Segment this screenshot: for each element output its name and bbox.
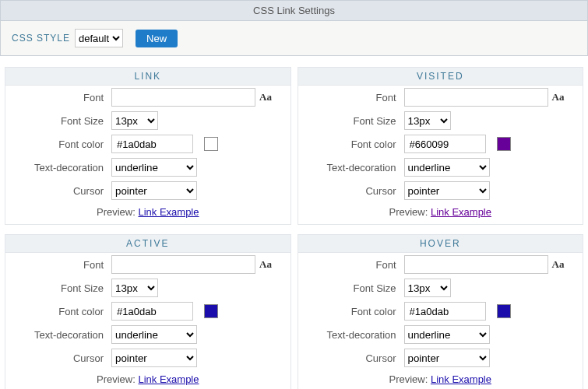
link-font-input[interactable] [111, 88, 255, 107]
font-picker-icon[interactable]: Aa [552, 91, 565, 103]
visited-font-color-input[interactable] [404, 135, 486, 153]
hover-color-swatch[interactable] [497, 304, 511, 318]
hover-preview-example[interactable]: Link Example [431, 373, 491, 385]
font-picker-icon[interactable]: Aa [552, 258, 565, 271]
link-color-swatch[interactable] [204, 137, 218, 151]
active-font-size-select[interactable]: 13px [111, 279, 158, 297]
link-font-color-input[interactable] [111, 135, 193, 153]
panel-visited-heading: VISITED [298, 68, 583, 86]
link-preview-row: Preview: Link Example [5, 202, 290, 224]
visited-font-size-select[interactable]: 13px [404, 111, 451, 130]
label-font-size: Font Size [12, 115, 111, 127]
link-font-size-select[interactable]: 13px [111, 111, 158, 130]
hover-font-color-input[interactable] [404, 302, 486, 321]
link-text-decoration-select[interactable]: underline [111, 158, 197, 177]
visited-text-decoration-select[interactable]: underline [404, 158, 490, 177]
css-style-label: CSS STYLE [12, 33, 70, 44]
visited-cursor-select[interactable]: pointer [404, 181, 490, 200]
visited-preview-example[interactable]: Link Example [431, 206, 491, 218]
active-cursor-select[interactable]: pointer [111, 349, 197, 367]
font-picker-icon[interactable]: Aa [259, 258, 272, 271]
font-picker-icon[interactable]: Aa [259, 91, 272, 103]
active-preview-example[interactable]: Link Example [138, 373, 199, 385]
active-font-color-input[interactable] [111, 302, 193, 321]
panel-active: ACTIVE Font Aa Font Size 13px Font color… [5, 234, 291, 389]
panel-link: LINK Font Aa Font Size 13px Font color T… [5, 67, 291, 225]
visited-preview-row: Preview: Link Example [298, 202, 583, 224]
visited-color-swatch[interactable] [497, 137, 511, 151]
label-text-decoration: Text-decoration [12, 162, 111, 173]
label-font: Font [12, 92, 111, 103]
hover-text-decoration-select[interactable]: underline [404, 325, 490, 344]
panel-hover: HOVER Font Aa Font Size 13px Font color … [298, 234, 584, 389]
hover-cursor-select[interactable]: pointer [404, 349, 490, 367]
page-title: CSS Link Settings [0, 0, 588, 21]
css-style-select[interactable]: default [75, 29, 123, 47]
panel-visited: VISITED Font Aa Font Size 13px Font colo… [298, 67, 584, 225]
panel-hover-heading: HOVER [298, 235, 583, 253]
visited-font-input[interactable] [404, 88, 548, 107]
label-font-color: Font color [12, 138, 111, 150]
active-color-swatch[interactable] [204, 304, 218, 318]
hover-preview-row: Preview: Link Example [298, 370, 583, 389]
link-cursor-select[interactable]: pointer [111, 181, 197, 200]
hover-font-input[interactable] [404, 255, 548, 274]
preview-label: Preview: [97, 206, 138, 218]
active-font-input[interactable] [111, 255, 255, 274]
panel-active-heading: ACTIVE [5, 235, 290, 253]
new-style-button[interactable]: New [136, 30, 178, 47]
toolbar: CSS STYLE default New [0, 21, 588, 56]
hover-font-size-select[interactable]: 13px [404, 279, 451, 297]
panel-link-heading: LINK [5, 68, 290, 86]
active-text-decoration-select[interactable]: underline [111, 325, 197, 344]
active-preview-row: Preview: Link Example [5, 370, 290, 389]
label-cursor: Cursor [12, 185, 111, 197]
link-preview-example[interactable]: Link Example [138, 206, 199, 218]
